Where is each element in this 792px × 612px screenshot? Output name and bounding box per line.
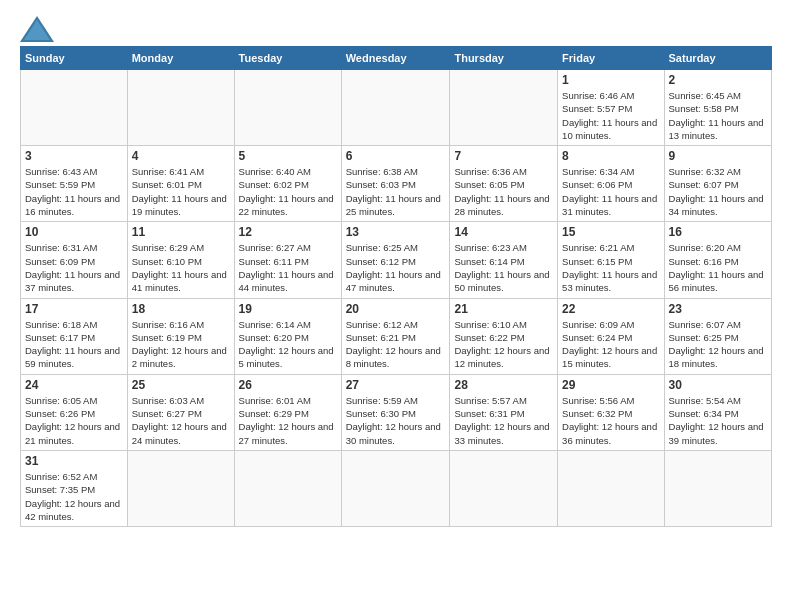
calendar-cell (21, 70, 128, 146)
weekday-header-tuesday: Tuesday (234, 47, 341, 70)
calendar-cell: 23Sunrise: 6:07 AM Sunset: 6:25 PM Dayli… (664, 298, 771, 374)
calendar-cell: 14Sunrise: 6:23 AM Sunset: 6:14 PM Dayli… (450, 222, 558, 298)
calendar-cell: 17Sunrise: 6:18 AM Sunset: 6:17 PM Dayli… (21, 298, 128, 374)
calendar-cell: 9Sunrise: 6:32 AM Sunset: 6:07 PM Daylig… (664, 146, 771, 222)
logo-icon (20, 16, 50, 38)
day-info: Sunrise: 6:12 AM Sunset: 6:21 PM Dayligh… (346, 318, 446, 371)
day-info: Sunrise: 6:20 AM Sunset: 6:16 PM Dayligh… (669, 241, 767, 294)
day-info: Sunrise: 6:32 AM Sunset: 6:07 PM Dayligh… (669, 165, 767, 218)
day-number: 5 (239, 149, 337, 163)
weekday-header-monday: Monday (127, 47, 234, 70)
calendar-cell: 11Sunrise: 6:29 AM Sunset: 6:10 PM Dayli… (127, 222, 234, 298)
calendar-cell: 13Sunrise: 6:25 AM Sunset: 6:12 PM Dayli… (341, 222, 450, 298)
calendar-cell (664, 450, 771, 526)
day-number: 31 (25, 454, 123, 468)
calendar-cell (127, 450, 234, 526)
calendar-cell: 10Sunrise: 6:31 AM Sunset: 6:09 PM Dayli… (21, 222, 128, 298)
calendar-cell: 21Sunrise: 6:10 AM Sunset: 6:22 PM Dayli… (450, 298, 558, 374)
calendar-cell: 31Sunrise: 6:52 AM Sunset: 7:35 PM Dayli… (21, 450, 128, 526)
day-info: Sunrise: 6:46 AM Sunset: 5:57 PM Dayligh… (562, 89, 659, 142)
calendar-cell (127, 70, 234, 146)
day-info: Sunrise: 6:43 AM Sunset: 5:59 PM Dayligh… (25, 165, 123, 218)
day-info: Sunrise: 5:57 AM Sunset: 6:31 PM Dayligh… (454, 394, 553, 447)
day-info: Sunrise: 6:25 AM Sunset: 6:12 PM Dayligh… (346, 241, 446, 294)
calendar-cell: 19Sunrise: 6:14 AM Sunset: 6:20 PM Dayli… (234, 298, 341, 374)
day-number: 10 (25, 225, 123, 239)
calendar-cell: 2Sunrise: 6:45 AM Sunset: 5:58 PM Daylig… (664, 70, 771, 146)
day-info: Sunrise: 6:10 AM Sunset: 6:22 PM Dayligh… (454, 318, 553, 371)
weekday-header-friday: Friday (558, 47, 664, 70)
calendar-week-6: 31Sunrise: 6:52 AM Sunset: 7:35 PM Dayli… (21, 450, 772, 526)
day-info: Sunrise: 6:18 AM Sunset: 6:17 PM Dayligh… (25, 318, 123, 371)
day-info: Sunrise: 6:45 AM Sunset: 5:58 PM Dayligh… (669, 89, 767, 142)
weekday-header-row: SundayMondayTuesdayWednesdayThursdayFrid… (21, 47, 772, 70)
day-info: Sunrise: 6:09 AM Sunset: 6:24 PM Dayligh… (562, 318, 659, 371)
day-number: 16 (669, 225, 767, 239)
calendar-cell (341, 70, 450, 146)
calendar-week-4: 17Sunrise: 6:18 AM Sunset: 6:17 PM Dayli… (21, 298, 772, 374)
calendar-cell: 8Sunrise: 6:34 AM Sunset: 6:06 PM Daylig… (558, 146, 664, 222)
day-number: 24 (25, 378, 123, 392)
calendar-cell: 22Sunrise: 6:09 AM Sunset: 6:24 PM Dayli… (558, 298, 664, 374)
logo (20, 16, 54, 38)
day-number: 15 (562, 225, 659, 239)
calendar-week-1: 1Sunrise: 6:46 AM Sunset: 5:57 PM Daylig… (21, 70, 772, 146)
calendar-cell: 1Sunrise: 6:46 AM Sunset: 5:57 PM Daylig… (558, 70, 664, 146)
calendar-table: SundayMondayTuesdayWednesdayThursdayFrid… (20, 46, 772, 527)
calendar-cell: 4Sunrise: 6:41 AM Sunset: 6:01 PM Daylig… (127, 146, 234, 222)
calendar-cell: 7Sunrise: 6:36 AM Sunset: 6:05 PM Daylig… (450, 146, 558, 222)
calendar-cell: 27Sunrise: 5:59 AM Sunset: 6:30 PM Dayli… (341, 374, 450, 450)
day-info: Sunrise: 6:14 AM Sunset: 6:20 PM Dayligh… (239, 318, 337, 371)
day-info: Sunrise: 6:05 AM Sunset: 6:26 PM Dayligh… (25, 394, 123, 447)
day-info: Sunrise: 6:03 AM Sunset: 6:27 PM Dayligh… (132, 394, 230, 447)
day-number: 26 (239, 378, 337, 392)
day-number: 14 (454, 225, 553, 239)
day-info: Sunrise: 6:31 AM Sunset: 6:09 PM Dayligh… (25, 241, 123, 294)
day-info: Sunrise: 6:36 AM Sunset: 6:05 PM Dayligh… (454, 165, 553, 218)
calendar-cell (450, 450, 558, 526)
day-number: 17 (25, 302, 123, 316)
calendar-cell: 12Sunrise: 6:27 AM Sunset: 6:11 PM Dayli… (234, 222, 341, 298)
calendar-cell: 25Sunrise: 6:03 AM Sunset: 6:27 PM Dayli… (127, 374, 234, 450)
calendar-cell (234, 450, 341, 526)
day-number: 3 (25, 149, 123, 163)
day-number: 29 (562, 378, 659, 392)
weekday-header-wednesday: Wednesday (341, 47, 450, 70)
day-number: 25 (132, 378, 230, 392)
day-number: 11 (132, 225, 230, 239)
day-info: Sunrise: 6:27 AM Sunset: 6:11 PM Dayligh… (239, 241, 337, 294)
day-info: Sunrise: 6:07 AM Sunset: 6:25 PM Dayligh… (669, 318, 767, 371)
calendar-cell: 18Sunrise: 6:16 AM Sunset: 6:19 PM Dayli… (127, 298, 234, 374)
day-number: 2 (669, 73, 767, 87)
weekday-header-thursday: Thursday (450, 47, 558, 70)
calendar-cell (558, 450, 664, 526)
weekday-header-sunday: Sunday (21, 47, 128, 70)
calendar-week-5: 24Sunrise: 6:05 AM Sunset: 6:26 PM Dayli… (21, 374, 772, 450)
weekday-header-saturday: Saturday (664, 47, 771, 70)
day-number: 7 (454, 149, 553, 163)
calendar-week-2: 3Sunrise: 6:43 AM Sunset: 5:59 PM Daylig… (21, 146, 772, 222)
calendar-cell: 24Sunrise: 6:05 AM Sunset: 6:26 PM Dayli… (21, 374, 128, 450)
calendar-cell: 30Sunrise: 5:54 AM Sunset: 6:34 PM Dayli… (664, 374, 771, 450)
day-info: Sunrise: 6:21 AM Sunset: 6:15 PM Dayligh… (562, 241, 659, 294)
calendar-week-3: 10Sunrise: 6:31 AM Sunset: 6:09 PM Dayli… (21, 222, 772, 298)
day-number: 30 (669, 378, 767, 392)
day-number: 19 (239, 302, 337, 316)
day-info: Sunrise: 6:01 AM Sunset: 6:29 PM Dayligh… (239, 394, 337, 447)
day-number: 22 (562, 302, 659, 316)
day-number: 13 (346, 225, 446, 239)
calendar-cell (450, 70, 558, 146)
day-info: Sunrise: 6:16 AM Sunset: 6:19 PM Dayligh… (132, 318, 230, 371)
calendar-cell: 20Sunrise: 6:12 AM Sunset: 6:21 PM Dayli… (341, 298, 450, 374)
calendar-cell: 28Sunrise: 5:57 AM Sunset: 6:31 PM Dayli… (450, 374, 558, 450)
calendar-cell (341, 450, 450, 526)
day-info: Sunrise: 5:56 AM Sunset: 6:32 PM Dayligh… (562, 394, 659, 447)
day-number: 27 (346, 378, 446, 392)
day-number: 18 (132, 302, 230, 316)
day-info: Sunrise: 6:40 AM Sunset: 6:02 PM Dayligh… (239, 165, 337, 218)
day-number: 8 (562, 149, 659, 163)
day-info: Sunrise: 6:23 AM Sunset: 6:14 PM Dayligh… (454, 241, 553, 294)
day-number: 21 (454, 302, 553, 316)
day-number: 6 (346, 149, 446, 163)
header (20, 16, 772, 38)
